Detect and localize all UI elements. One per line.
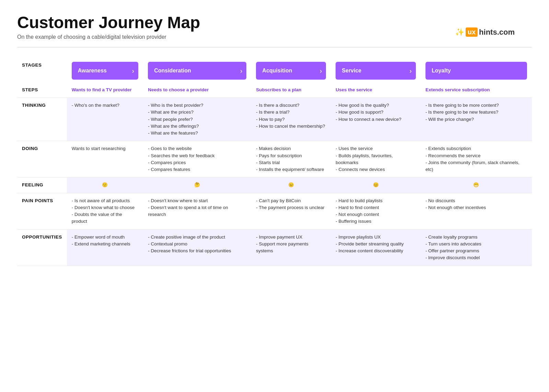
step-acquisition: Subscribes to a plan [251,82,331,98]
feeling-row: FEELING 🙂 🤔 😐 😊 😁 [17,177,532,193]
stages-row: STAGES Awareness › Consideration › Acqui… [17,58,532,82]
opps-consideration: - Create positive image of the product -… [143,230,251,266]
step-service: Uses the service [331,82,421,98]
doing-acquisition: - Makes decision - Pays for subscription… [251,141,331,177]
doing-loyalty: - Extends subscription - Recommends the … [421,141,532,177]
steps-label: STEPS [17,82,67,98]
thinking-acquisition: - Is there a discount? - Is there a tria… [251,98,331,141]
step-consideration: Needs to choose a provider [143,82,251,98]
steps-row: STEPS Wants to find a TV provider Needs … [17,82,532,98]
doing-service: - Uses the service - Builds playlists, f… [331,141,421,177]
arrow-icon: › [132,66,135,76]
stage-awareness-header: Awareness › [72,62,138,80]
doing-row: DOING Wants to start researching - Goes … [17,141,532,177]
divider [17,47,532,47]
feeling-awareness: 🙂 [67,177,143,193]
pain-acquisition: - Can't pay by BitCoin - The payment pro… [251,193,331,230]
step-awareness: Wants to find a TV provider [67,82,143,98]
feeling-consideration: 🤔 [143,177,251,193]
stage-service: Service › [331,58,421,82]
opps-awareness: - Empower word of mouth - Extend marketi… [67,230,143,266]
opps-acquisition: - Improve payment UX - Support more paym… [251,230,331,266]
journey-map-table: STAGES Awareness › Consideration › Acqui… [17,58,532,266]
logo-domain: hints.com [479,28,515,37]
stage-loyalty-header: Loyalty [425,62,527,80]
thinking-awareness: - Who's on the market? [67,98,143,141]
pain-service: - Hard to build playlists - Hard to find… [331,193,421,230]
thinking-row: THINKING - Who's on the market? - Who is… [17,98,532,141]
doing-label: DOING [17,141,67,177]
arrow-icon: › [409,66,412,76]
arrow-icon: › [240,66,243,76]
stage-acquisition: Acquisition › [251,58,331,82]
logo: ✨ ux hints.com [455,27,515,37]
stage-loyalty: Loyalty [421,58,532,82]
stage-acquisition-header: Acquisition › [256,62,326,80]
opportunities-label: OPPORTUNITIES [17,230,67,266]
pain-awareness: - Is not aware of all products - Doesn't… [67,193,143,230]
thinking-label: THINKING [17,98,67,141]
thinking-service: - How good is the quality? - How good is… [331,98,421,141]
pain-row: PAIN POINTS - Is not aware of all produc… [17,193,532,230]
logo-ux: ux [466,27,478,37]
feeling-label: FEELING [17,177,67,193]
feeling-acquisition: 😐 [251,177,331,193]
pain-loyalty: - No discounts - Not enough other incent… [421,193,532,230]
arrow-icon: › [320,66,322,76]
pain-consideration: - Doesn't know where to start - Doesn't … [143,193,251,230]
pain-label: PAIN POINTS [17,193,67,230]
stage-service-header: Service › [336,62,416,80]
stage-awareness: Awareness › [67,58,143,82]
stages-label: STAGES [17,58,67,82]
thinking-consideration: - Who is the best provider? - What are t… [143,98,251,141]
stage-consideration-header: Consideration › [148,62,246,80]
doing-awareness: Wants to start researching [67,141,143,177]
thinking-loyalty: - Is there going to be more content? - I… [421,98,532,141]
feeling-service: 😊 [331,177,421,193]
step-loyalty: Extends service subscription [421,82,532,98]
opportunities-row: OPPORTUNITIES - Empower word of mouth - … [17,230,532,266]
opps-service: - Improve playlists UX - Provide better … [331,230,421,266]
feeling-loyalty: 😁 [421,177,532,193]
opps-loyalty: - Create loyalty programs - Turn users i… [421,230,532,266]
stage-consideration: Consideration › [143,58,251,82]
doing-consideration: - Goes to the website - Searches the web… [143,141,251,177]
